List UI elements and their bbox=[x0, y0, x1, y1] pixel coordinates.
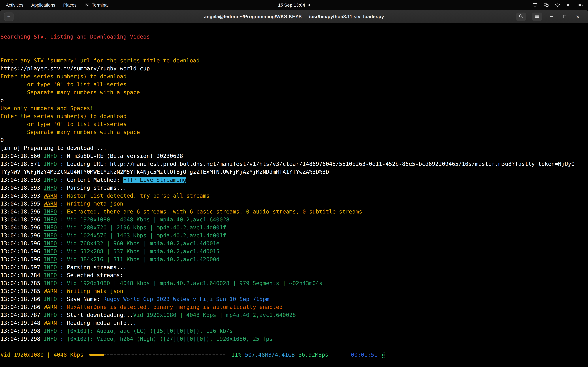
terminal-line: 13:04:18.595 WARN : Writing meta json bbox=[0, 200, 588, 208]
terminal-text-segment: : Reading media info... bbox=[57, 320, 137, 326]
terminal-line: Separate many numbers with a space bbox=[0, 88, 588, 96]
menu-button[interactable] bbox=[532, 13, 542, 21]
download-progress-row: Vid 1920x1080 | 4048 Kbps 11% 507.48MB/4… bbox=[0, 351, 588, 359]
terminal-text-segment: Master List detected, try parse all stre… bbox=[67, 192, 210, 199]
terminal-line bbox=[0, 41, 588, 49]
close-button[interactable]: × bbox=[575, 13, 581, 20]
terminal-line: Separate many numbers with a space bbox=[0, 128, 588, 136]
terminal-text-segment: : bbox=[57, 232, 67, 239]
terminal-text-segment: Use only numbers and Spaces! bbox=[0, 105, 93, 111]
terminal-text-segment: : Parsing streams... bbox=[57, 184, 127, 191]
search-button[interactable] bbox=[516, 13, 526, 21]
notification-dot bbox=[308, 4, 310, 6]
progress-fill bbox=[89, 354, 104, 356]
terminal-text-segment: : N_m3u8DL-RE (Beta version) 20230628 bbox=[57, 153, 183, 159]
new-tab-button[interactable]: + bbox=[4, 13, 13, 21]
terminal-text-segment: or type '0' to list all-series bbox=[0, 81, 127, 87]
terminal-text-segment: https://player.stv.tv/summary/rugby-worl… bbox=[0, 65, 150, 72]
terminal-line: 13:04:18.596 INFO : Vid 1024x576 | 1463 … bbox=[0, 232, 588, 240]
progress-stream-label: Vid 1920x1080 | 4048 Kbps bbox=[0, 351, 83, 359]
app-menu-label: Terminal bbox=[92, 3, 109, 8]
terminal-titlebar[interactable]: + angela@fedora:~/Programming/WKS-KEYS —… bbox=[0, 10, 588, 23]
terminal-text-segment: Separate many numbers with a space bbox=[0, 129, 140, 135]
terminal-line: 13:04:19.298 INFO : [0x101]: Audio, aac … bbox=[0, 327, 588, 335]
terminal-text-segment: [info] Preparing to download ... bbox=[0, 145, 107, 151]
terminal-text-segment: HTTP Live Streaming bbox=[123, 177, 186, 183]
terminal-text-segment: WARN bbox=[44, 192, 57, 199]
terminal-text-segment: : bbox=[57, 200, 67, 207]
system-status-area[interactable] bbox=[532, 2, 588, 8]
terminal-text-segment: : bbox=[57, 240, 67, 247]
terminal-text-segment: : Selected streams: bbox=[57, 272, 123, 278]
terminal-text-segment: MuxAfterDone is detected, binary merging… bbox=[67, 304, 283, 310]
terminal-text-segment: Vid 1024x576 | 1463 Kbps | mp4a.40.2,avc… bbox=[67, 232, 226, 239]
terminal-text-segment: 13:04:18.596 bbox=[0, 240, 44, 247]
terminal-text-segment: 13:04:19.298 bbox=[0, 328, 44, 334]
terminal-text-segment: : Parsing streams... bbox=[57, 264, 127, 270]
terminal-text-segment: Vid 512x288 | 537 Kbps | mp4a.40.2,avc1.… bbox=[67, 248, 220, 254]
progress-speed: 36.92MBps bbox=[298, 351, 328, 359]
terminal-text-segment: 13:04:18.786 bbox=[0, 296, 44, 302]
window-title: angela@fedora:~/Programming/WKS-KEYS — /… bbox=[204, 14, 384, 19]
terminal-text-segment: or type '0' to list all-series bbox=[0, 121, 127, 127]
terminal-text-segment: : bbox=[57, 328, 67, 334]
terminal-app-icon bbox=[85, 2, 89, 8]
terminal-output: Searching STV, Listing and Downloading V… bbox=[0, 33, 588, 343]
places-menu[interactable]: Places bbox=[63, 3, 77, 8]
terminal-text-segment: INFO bbox=[44, 296, 57, 302]
app-menu-terminal[interactable]: Terminal bbox=[85, 2, 109, 8]
terminal-line: 13:04:18.560 INFO : N_m3u8DL-RE (Beta ve… bbox=[0, 152, 588, 160]
titlebar-controls: × bbox=[516, 13, 588, 21]
minimize-button[interactable] bbox=[548, 13, 555, 20]
terminal-text-segment: Searching STV, Listing and Downloading V… bbox=[0, 33, 150, 40]
terminal-text-segment: 13:04:18.593 bbox=[0, 177, 44, 183]
terminal-text-segment: INFO bbox=[44, 232, 57, 239]
terminal-text-segment: 13:04:18.596 bbox=[0, 224, 44, 231]
activities-button[interactable]: Activities bbox=[6, 3, 23, 8]
terminal-line: 13:04:19.298 INFO : [0x102]: Video, h264… bbox=[0, 335, 588, 343]
terminal-text-segment: 0 bbox=[0, 137, 4, 143]
terminal-text-segment: Vid 384x216 | 311 Kbps | mp4a.40.2,avc1.… bbox=[67, 256, 220, 262]
terminal-viewport[interactable]: Searching STV, Listing and Downloading V… bbox=[0, 23, 588, 367]
terminal-text-segment: 13:04:19.148 bbox=[0, 320, 44, 326]
terminal-text-segment: INFO bbox=[44, 153, 57, 159]
terminal-line: 13:04:18.596 INFO : Vid 768x432 | 960 Kb… bbox=[0, 240, 588, 247]
terminal-text-segment: : bbox=[57, 288, 67, 294]
terminal-line: 13:04:18.596 INFO : Vid 1920x1080 | 4048… bbox=[0, 216, 588, 224]
terminal-line: or type '0' to list all-series bbox=[0, 120, 588, 128]
terminal-text-segment: : bbox=[57, 224, 67, 231]
terminal-line: 13:04:18.786 WARN : MuxAfterDone is dete… bbox=[0, 303, 588, 311]
battery-icon bbox=[578, 2, 583, 8]
gnome-top-bar: Activities Applications Places Terminal … bbox=[0, 0, 588, 10]
terminal-text-segment: Vid 1280x720 | 2196 Kbps | mp4a.40.2,avc… bbox=[67, 224, 226, 231]
terminal-text-segment: INFO bbox=[44, 224, 57, 231]
terminal-text-segment: 13:04:18.571 bbox=[0, 161, 44, 167]
terminal-text-segment: : bbox=[57, 304, 67, 310]
terminal-text-segment: INFO bbox=[44, 280, 57, 286]
volume-icon bbox=[566, 2, 571, 8]
terminal-text-segment: : bbox=[57, 256, 67, 262]
terminal-line: 0 bbox=[0, 136, 588, 144]
terminal-text-segment: INFO bbox=[44, 312, 57, 318]
progress-elapsed: 00:01:51 bbox=[351, 351, 377, 359]
maximize-button[interactable] bbox=[561, 13, 568, 20]
spinner-icon: ⣾ bbox=[381, 351, 385, 359]
terminal-text-segment: INFO bbox=[44, 184, 57, 191]
applications-menu[interactable]: Applications bbox=[31, 3, 55, 8]
wifi-icon bbox=[555, 2, 560, 8]
terminal-text-segment: 13:04:18.596 bbox=[0, 248, 44, 254]
clock-button[interactable]: 15 Sep 13:04 bbox=[278, 3, 310, 8]
terminal-text-segment: 13:04:18.787 bbox=[0, 312, 44, 318]
terminal-text-segment: WARN bbox=[44, 304, 57, 310]
terminal-text-segment: INFO bbox=[44, 240, 57, 247]
terminal-text-segment: INFO bbox=[44, 336, 57, 342]
terminal-text-segment: 13:04:18.786 bbox=[0, 304, 44, 310]
terminal-line: 13:04:18.787 INFO : Start downloading...… bbox=[0, 311, 588, 319]
terminal-line: 13:04:18.593 WARN : Master List detected… bbox=[0, 192, 588, 200]
terminal-text-segment: : bbox=[57, 209, 67, 215]
terminal-text-segment: 13:04:18.785 bbox=[0, 288, 44, 294]
maximize-icon bbox=[563, 15, 566, 18]
terminal-text-segment: 13:04:18.595 bbox=[0, 200, 44, 207]
terminal-line: https://player.stv.tv/summary/rugby-worl… bbox=[0, 65, 588, 73]
progress-bar bbox=[89, 351, 225, 359]
